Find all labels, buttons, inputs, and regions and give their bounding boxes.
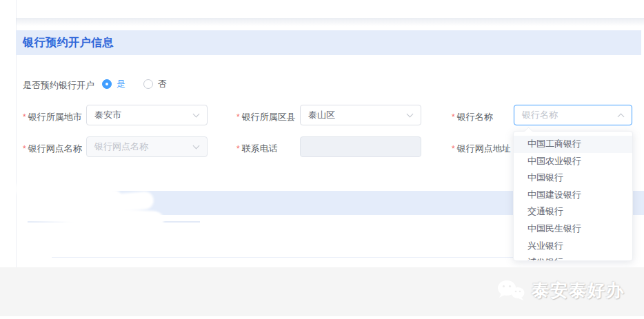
city-label: *银行所属地市 [23,111,82,123]
required-mark: * [452,112,455,122]
city-select-value: 泰安市 [94,109,121,121]
bank-option[interactable]: 浦发银行 [514,254,632,261]
bank-option[interactable]: 中国民生银行 [514,220,632,238]
radio-no[interactable]: 否 [143,78,167,90]
reserve-radio-group: 是 否 [102,78,167,90]
chevron-down-icon [193,143,200,150]
footer-bar: 泰安泰好办 [0,267,644,316]
branch-name-select[interactable]: 银行网点名称 [86,136,208,157]
radio-yes[interactable]: 是 [102,78,125,90]
required-mark: * [452,144,455,154]
radio-yes-label[interactable]: 是 [117,78,125,90]
chevron-down-icon [193,111,200,118]
required-mark: * [23,144,26,154]
top-card-remnant [17,0,644,18]
bank-dropdown-panel: 中国工商银行 中国农业银行 中国银行 中国建设银行 交通银行 中国民生银行 兴业… [513,131,633,261]
required-mark: * [237,144,240,154]
bank-name-select[interactable]: 银行名称 [514,105,632,125]
bank-option[interactable]: 中国工商银行 [514,136,632,153]
branch-name-placeholder: 银行网点名称 [94,141,148,153]
brand-watermark: 泰安泰好办 [496,278,625,302]
district-select-value: 泰山区 [308,109,335,121]
reserve-question-label: 是否预约银行开户 [23,79,94,92]
radio-no-icon[interactable] [143,79,153,89]
required-mark: * [237,112,240,122]
chevron-down-icon [407,111,414,118]
bank-name-placeholder: 银行名称 [522,109,558,121]
phone-input[interactable] [300,136,421,157]
bank-option[interactable]: 中国建设银行 [514,187,632,204]
bank-name-label: *银行名称 [452,111,493,123]
wechat-bubbles-icon [496,278,525,302]
branch-name-label: *银行网点名称 [23,143,82,155]
radio-yes-icon[interactable] [102,79,112,89]
district-label: *银行所属区县 [237,111,296,123]
brand-text: 泰安泰好办 [532,279,625,302]
branch-address-label: *银行网点地址 [452,143,511,155]
bank-option[interactable]: 交通银行 [514,203,632,220]
bank-option[interactable]: 中国银行 [514,169,632,187]
top-card-shadow [16,18,644,26]
required-mark: * [23,112,26,122]
bank-option[interactable]: 兴业银行 [514,238,632,255]
district-select[interactable]: 泰山区 [300,105,421,125]
phone-label: *联系电话 [237,143,278,155]
bank-option[interactable]: 中国农业银行 [514,153,632,170]
section-header-bank-reservation: 银行预约开户信息 [16,30,641,55]
section-title: 银行预约开户信息 [23,36,114,50]
radio-no-label[interactable]: 否 [158,78,167,90]
chevron-up-icon [618,114,625,121]
city-select[interactable]: 泰安市 [86,105,208,125]
